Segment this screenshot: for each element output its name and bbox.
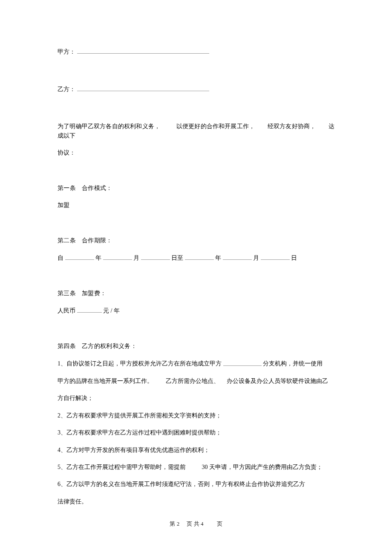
- art4-1b: 分支机构，并统一使用: [263, 361, 323, 367]
- fee-input-line[interactable]: [77, 306, 102, 313]
- party-b-input-line[interactable]: [77, 84, 209, 91]
- article-1-body: 加盟: [58, 201, 334, 210]
- preamble-line2: 协议：: [58, 148, 334, 158]
- branch-input-line[interactable]: [223, 359, 262, 365]
- preamble-line2-text: 协议：: [58, 150, 75, 156]
- party-a-input-line[interactable]: [77, 47, 209, 54]
- art4-6a: 6、乙方以甲方的名义在当地开展工作时须遵纪守法，否则，甲方有权终止合作协议并追究…: [58, 481, 305, 487]
- spacer: [58, 222, 334, 236]
- preamble-seg2: 以便更好的合作和开展工作，: [176, 123, 255, 129]
- footer-seg2: 页 共 4: [187, 520, 203, 527]
- art4-6b: 法律责任。: [58, 498, 87, 505]
- page-footer: 第 2 页 共 4 页: [0, 520, 392, 528]
- party-a-label: 甲方：: [58, 49, 75, 55]
- preamble-line1: 为了明确甲乙双方各自的权利和义务， 以便更好的合作和开展工作， 经双方友好协商，…: [58, 122, 334, 141]
- art4-item2: 2、乙方有权要求甲方提供开展工作所需相关文字资料的支持；: [58, 411, 334, 420]
- date-input-month2[interactable]: [223, 253, 252, 260]
- spacer: [58, 275, 334, 289]
- party-b-label: 乙方：: [58, 86, 75, 92]
- date-input-day1[interactable]: [141, 253, 170, 260]
- art4-item5: 5、乙方在工作开展过程中需甲方帮助时，需提前 30 天申请，甲方因此产生的费用由…: [58, 463, 334, 472]
- date-input-year2[interactable]: [185, 253, 214, 260]
- spacer: [58, 106, 334, 122]
- art2-year2: 年: [215, 255, 221, 261]
- art4-item1-line1: 1、自协议签订之日起，甲方授权并允许乙方在所在地成立甲方 分支机构，并统一使用: [58, 359, 334, 369]
- art2-day-to: 日至: [171, 255, 183, 261]
- document-page: 甲方： 乙方： 为了明确甲乙双方各自的权利和义务， 以便更好的合作和开展工作， …: [0, 0, 392, 506]
- date-input-year1[interactable]: [65, 253, 94, 260]
- party-b-line: 乙方：: [58, 84, 334, 95]
- article-2-title-text: 第二条 合作期限：: [58, 237, 112, 244]
- art4-item4: 4、乙方对甲方开发的所有项目享有优先优惠运作的权利；: [58, 446, 334, 455]
- article-1-body-text: 加盟: [58, 202, 69, 208]
- art4-4: 4、乙方对甲方开发的所有项目享有优先优惠运作的权利；: [58, 447, 210, 453]
- article-2-title: 第二条 合作期限：: [58, 236, 334, 245]
- art4-5a: 5、乙方在工作开展过程中需甲方帮助时，需提前: [58, 464, 186, 470]
- article-2-body: 自 年 月 日至 年 月 日: [58, 253, 334, 263]
- article-1-title-text: 第一条 合作模式：: [58, 185, 112, 191]
- art4-2: 2、乙方有权要求甲方提供开展工作所需相关文字资料的支持；: [58, 412, 222, 419]
- art4-3: 3、乙方有权要求甲方在乙方运作过程中遇到困难时提供帮助；: [58, 429, 222, 436]
- date-input-month1[interactable]: [103, 253, 132, 260]
- preamble-seg1: 为了明确甲乙双方各自的权利和义务，: [58, 123, 160, 129]
- art4-item3: 3、乙方有权要求甲方在乙方运作过程中遇到困难时提供帮助；: [58, 428, 334, 437]
- art4-5b: 30 天申请，甲方因此产生的费用由乙方负责；: [202, 464, 323, 470]
- spacer: [58, 69, 334, 84]
- art2-month2: 月: [253, 255, 259, 261]
- spacer: [58, 170, 334, 184]
- art4-item6-line2: 法律责任。: [58, 497, 334, 506]
- article-3-title: 第三条 加盟费：: [58, 289, 334, 298]
- spacer: [58, 328, 334, 342]
- art4-1c-seg1: 甲方的品牌在当地开展一系列工作。: [58, 378, 153, 384]
- party-a-line: 甲方：: [58, 47, 334, 57]
- art2-month: 月: [133, 255, 139, 261]
- art2-from: 自: [58, 255, 63, 261]
- footer-seg3: 页: [217, 520, 222, 527]
- art4-item6-line1: 6、乙方以甲方的名义在当地开展工作时须遵纪守法，否则，甲方有权终止合作协议并追究…: [58, 480, 334, 489]
- art3-rmb: 人民币: [58, 308, 75, 314]
- preamble-seg3: 经双方友好协商，: [268, 123, 316, 129]
- art4-item1-line2: 甲方的品牌在当地开展一系列工作。 乙方所需办公地点、 办公设备及办公人员等软硬件…: [58, 377, 334, 386]
- article-1-title: 第一条 合作模式：: [58, 184, 334, 193]
- art4-1c-seg3: 办公设备及办公人员等软硬件设施由乙: [227, 378, 328, 384]
- article-3-title-text: 第三条 加盟费：: [58, 290, 106, 296]
- article-3-body: 人民币 元 / 年: [58, 306, 334, 316]
- article-4-title: 第四条 乙方的权利和义务：: [58, 342, 334, 351]
- art4-item1-line3: 方自行解决；: [58, 394, 334, 403]
- art4-1a: 1、自协议签订之日起，甲方授权并允许乙方在所在地成立甲方: [58, 361, 222, 367]
- art4-1c-seg2: 乙方所需办公地点、: [166, 378, 219, 384]
- article-4-title-text: 第四条 乙方的权利和义务：: [58, 343, 137, 349]
- art3-unit: 元 / 年: [103, 308, 120, 314]
- art4-1d: 方自行解决；: [58, 395, 93, 401]
- footer-seg1: 第 2: [170, 520, 179, 527]
- date-input-day2[interactable]: [261, 253, 290, 260]
- art2-year: 年: [95, 255, 101, 261]
- art2-day2: 日: [291, 255, 297, 261]
